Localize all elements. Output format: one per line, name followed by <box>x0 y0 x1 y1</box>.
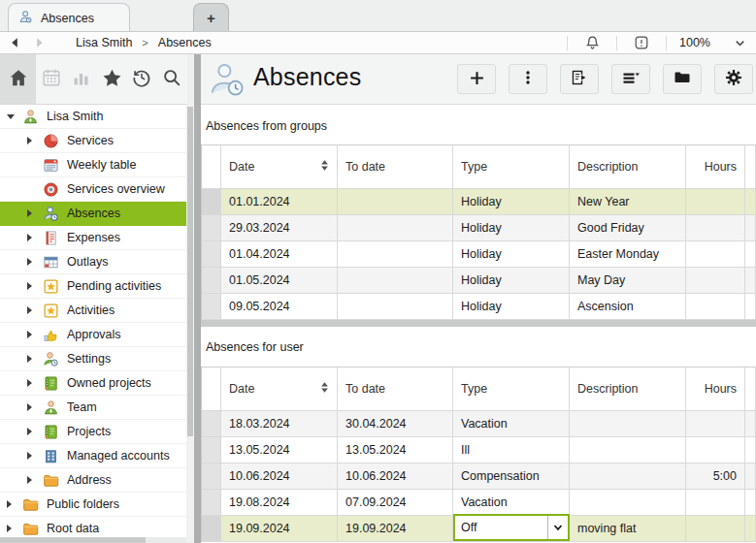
expander-icon[interactable] <box>7 525 21 532</box>
cell-hours[interactable] <box>686 490 745 516</box>
cell-description[interactable] <box>570 411 686 437</box>
expander-icon[interactable] <box>27 476 42 484</box>
cell-type[interactable]: Holiday <box>453 268 570 294</box>
tree-item-outlays[interactable]: Outlays <box>0 250 186 274</box>
settings-button[interactable] <box>714 64 753 94</box>
expander-icon[interactable] <box>7 114 21 119</box>
expander-icon[interactable] <box>27 403 42 411</box>
row-selector[interactable] <box>201 294 221 320</box>
expander-icon[interactable] <box>27 258 42 266</box>
cell-description[interactable]: Good Friday <box>570 215 686 241</box>
add-button[interactable] <box>457 64 496 94</box>
row-selector[interactable] <box>201 411 221 437</box>
cell-to-date[interactable] <box>338 189 453 215</box>
row-selector[interactable] <box>201 189 221 215</box>
row-selector[interactable] <box>201 268 221 294</box>
column-header-rowselector[interactable] <box>201 367 221 411</box>
cell-date[interactable]: 01.05.2024 <box>221 268 338 294</box>
cell-type[interactable]: Off <box>453 516 570 542</box>
row-selector[interactable] <box>201 516 221 542</box>
cell-hours[interactable] <box>686 294 745 320</box>
tree-item-weekly-table[interactable]: Weekly table <box>0 153 186 177</box>
column-header-rowselector[interactable] <box>201 144 221 189</box>
zoom-dropdown-button[interactable] <box>723 32 756 53</box>
chevron-down-icon[interactable] <box>547 516 568 539</box>
cell-date[interactable]: 09.05.2024 <box>221 294 338 320</box>
expander-icon[interactable] <box>27 209 42 217</box>
tree-item-activities[interactable]: Activities <box>0 299 186 323</box>
cell-type[interactable]: Vacation <box>453 411 570 437</box>
column-header-to-date[interactable]: To date <box>338 144 453 189</box>
folder-button[interactable] <box>663 64 702 94</box>
report-button[interactable] <box>560 64 599 94</box>
new-tab-button[interactable]: + <box>193 3 229 32</box>
column-header-date[interactable]: Date <box>221 144 338 189</box>
tree-item-absences[interactable]: Absences <box>0 202 186 226</box>
expander-icon[interactable] <box>27 428 42 435</box>
tree-item-owned-projects[interactable]: Owned projects <box>0 371 186 396</box>
cell-date[interactable]: 13.05.2024 <box>221 437 338 463</box>
cell-date[interactable]: 01.04.2024 <box>221 241 338 268</box>
panel-splitter[interactable] <box>201 320 756 327</box>
cell-type[interactable]: Compensation <box>453 463 570 490</box>
zoom-level[interactable]: 100% <box>667 36 723 49</box>
row-selector[interactable] <box>201 490 221 516</box>
column-header-description[interactable]: Description <box>570 144 686 189</box>
cell-type[interactable]: Ill <box>453 437 570 463</box>
tree-item-team[interactable]: Team <box>0 396 186 420</box>
column-header-hours[interactable]: Hours <box>686 144 745 189</box>
row-selector[interactable] <box>201 463 221 490</box>
column-header-type[interactable]: Type <box>453 367 570 411</box>
cell-type[interactable]: Vacation <box>453 490 570 516</box>
cell-to-date[interactable]: 30.04.2024 <box>338 411 453 437</box>
cell-type[interactable]: Holiday <box>453 215 570 241</box>
cell-type[interactable]: Holiday <box>453 294 570 320</box>
cell-to-date[interactable] <box>338 294 453 320</box>
strip-button-home[interactable] <box>0 54 36 104</box>
cell-date[interactable]: 29.03.2024 <box>221 215 338 241</box>
column-header-hours[interactable]: Hours <box>686 367 745 411</box>
sidebar-splitter[interactable] <box>194 54 201 543</box>
cell-to-date[interactable]: 07.09.2024 <box>338 490 453 516</box>
expander-icon[interactable] <box>27 306 42 314</box>
column-header-description[interactable]: Description <box>570 367 686 411</box>
cell-date[interactable]: 19.08.2024 <box>221 490 338 516</box>
type-select[interactable]: Off <box>453 514 570 541</box>
forward-button[interactable] <box>33 35 47 50</box>
cell-type[interactable]: Holiday <box>453 189 570 215</box>
tree-item-root-data[interactable]: Root data <box>0 517 186 537</box>
strip-button-history[interactable] <box>127 54 157 104</box>
cell-hours[interactable] <box>686 268 745 294</box>
strip-button-calendar[interactable] <box>36 54 66 104</box>
cell-to-date[interactable]: 13.05.2024 <box>338 437 453 463</box>
tree-item-settings[interactable]: Settings <box>0 347 186 371</box>
view-button[interactable] <box>611 64 650 94</box>
strip-button-statistics[interactable] <box>66 54 96 104</box>
alerts-button[interactable] <box>617 32 666 53</box>
row-selector[interactable] <box>201 241 221 268</box>
cell-description[interactable]: Easter Monday <box>570 241 686 268</box>
tab-absences[interactable]: Absences <box>8 3 130 32</box>
cell-to-date[interactable] <box>338 215 453 241</box>
expander-icon[interactable] <box>27 452 42 460</box>
sidebar-horizontal-scrollbar[interactable] <box>0 537 186 543</box>
tree-item-services[interactable]: Services <box>0 129 186 153</box>
notifications-button[interactable] <box>568 32 616 53</box>
tree-item-services-overview[interactable]: Services overview <box>0 177 186 202</box>
cell-to-date[interactable] <box>338 268 453 294</box>
cell-to-date[interactable]: 19.09.2024 <box>338 516 453 542</box>
cell-hours[interactable] <box>686 189 745 215</box>
column-header-date[interactable]: Date <box>221 367 338 411</box>
expander-icon[interactable] <box>27 137 42 144</box>
sidebar-vertical-scrollbar[interactable] <box>186 105 194 537</box>
column-header-type[interactable]: Type <box>453 144 570 189</box>
breadcrumb-item-page[interactable]: Absences <box>158 36 212 49</box>
scrollbar-thumb[interactable] <box>187 107 193 436</box>
cell-hours[interactable] <box>686 215 745 241</box>
cell-type[interactable]: Holiday <box>453 241 570 268</box>
tree-item-address[interactable]: Address <box>0 468 186 493</box>
more-button[interactable] <box>509 64 547 94</box>
cell-hours[interactable]: 5:00 <box>686 463 745 490</box>
cell-date[interactable]: 10.06.2024 <box>221 463 338 490</box>
expander-icon[interactable] <box>27 331 42 338</box>
